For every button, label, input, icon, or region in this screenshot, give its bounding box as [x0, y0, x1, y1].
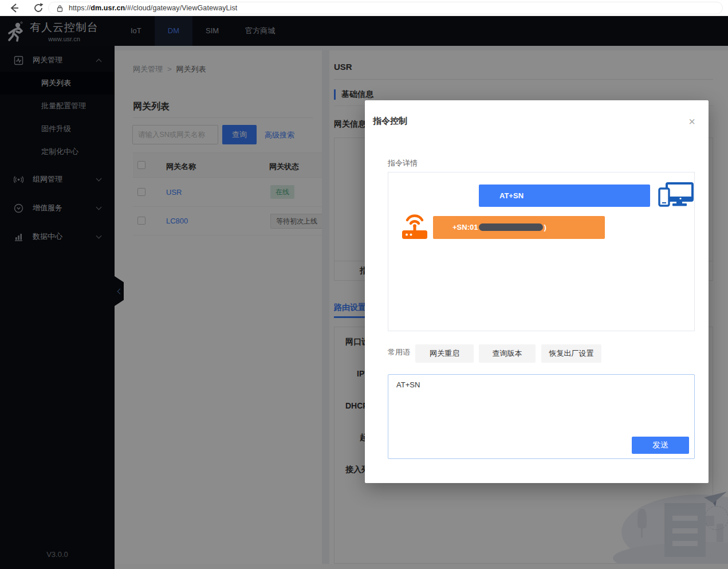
quick-button-factory-reset[interactable]: 恢复出厂设置: [541, 344, 601, 363]
browser-back-icon[interactable]: [8, 2, 21, 14]
command-control-modal: 指令控制 × 指令详情 AT+SN: [365, 100, 709, 483]
reply-prefix: +SN:01: [452, 223, 478, 231]
modal-title: 指令控制: [373, 116, 407, 127]
quick-phrases-label: 常用语: [388, 347, 410, 358]
lock-icon[interactable]: [57, 5, 63, 12]
browser-bar: https://dm.usr.cn/#/cloud/gateway/ViewGa…: [0, 0, 728, 16]
cloud-terminal-icon: [658, 182, 694, 209]
quick-button-reboot[interactable]: 网关重启: [415, 344, 474, 363]
quick-button-query-version[interactable]: 查询版本: [479, 344, 536, 363]
send-button[interactable]: 发送: [632, 437, 689, 454]
close-icon[interactable]: ×: [684, 114, 699, 129]
browser-address-bar[interactable]: https://dm.usr.cn/#/cloud/gateway/ViewGa…: [48, 2, 723, 14]
received-reply-bubble: +SN:01): [433, 216, 605, 239]
sent-command-bubble: AT+SN: [479, 185, 650, 207]
reply-suffix: ): [544, 223, 546, 231]
browser-url: https://dm.usr.cn/#/cloud/gateway/ViewGa…: [69, 4, 237, 12]
redacted-serial-number: [479, 223, 543, 231]
router-icon: [399, 209, 430, 241]
command-detail-label: 指令详情: [388, 158, 418, 168]
browser-refresh-icon[interactable]: [32, 2, 45, 14]
screen: https://dm.usr.cn/#/cloud/gateway/ViewGa…: [0, 0, 728, 569]
